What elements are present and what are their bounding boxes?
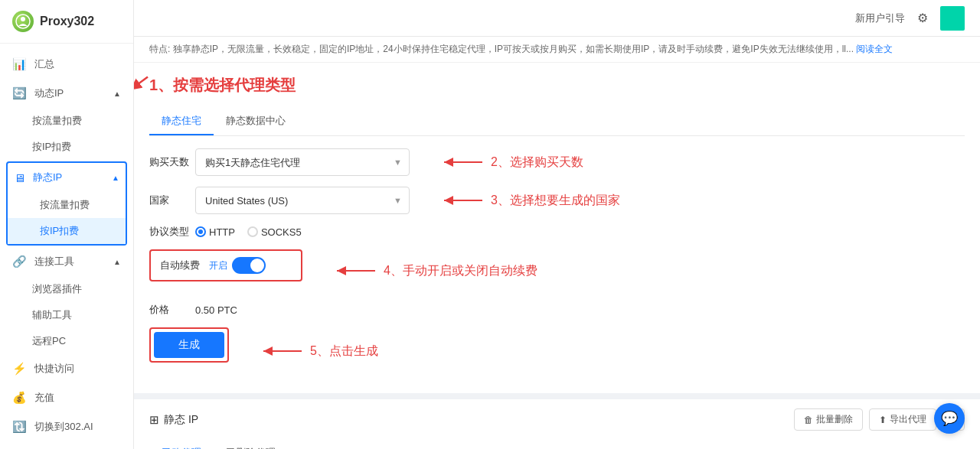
notice-bar: 特点: 独享静态IP，无限流量，长效稳定，固定的IP地址，24小时保持住宅稳定代…: [134, 37, 980, 63]
generate-button[interactable]: 生成: [154, 332, 224, 358]
sidebar-item-assist-tools[interactable]: 辅助工具: [0, 302, 133, 328]
protocol-label: 协议类型: [149, 225, 195, 239]
days-select[interactable]: 购买1天静态住宅代理 购买7天静态住宅代理 购买30天静态住宅代理: [195, 148, 410, 176]
bulk-delete-label: 批量删除: [816, 413, 853, 426]
chevron-up-icon: ▲: [113, 89, 121, 98]
tab-deleted[interactable]: 已删除代理: [214, 440, 288, 449]
sidebar-item-dynamic-ip-label: 动态IP: [34, 86, 64, 100]
proxy-type-tabs: 静态住宅 静态数据中心: [149, 108, 965, 136]
page-content-area: 特点: 独享静态IP，无限流量，长效稳定，固定的IP地址，24小时保持住宅稳定代…: [134, 37, 980, 449]
sidebar-item-connect-tools[interactable]: 🔗 连接工具 ▲: [0, 247, 133, 276]
sidebar-item-static-ip-fee[interactable]: 按IP扣费: [8, 218, 126, 244]
tab-static-residential[interactable]: 静态住宅: [149, 108, 214, 135]
toggle-wrap: 开启: [209, 257, 266, 274]
step5-annotation: 5、点击生成: [310, 343, 378, 360]
export-icon: ⬆: [879, 415, 887, 425]
tab-static-datacenter[interactable]: 静态数据中心: [214, 108, 298, 135]
read-more-link[interactable]: 阅读全文: [856, 44, 893, 54]
chat-icon: 💬: [941, 410, 958, 427]
sidebar-item-remote-pc-label: 远程PC: [32, 334, 66, 348]
step5-arrow-icon: [260, 340, 305, 363]
auto-renew-row: 自动续费 开启: [149, 249, 302, 281]
sidebar-item-browser-plugin-label: 浏览器插件: [32, 282, 82, 296]
country-label: 国家: [149, 194, 195, 207]
quick-access-icon: ⚡: [12, 362, 27, 376]
logo-icon: [12, 11, 34, 32]
days-label: 购买天数: [149, 155, 195, 169]
static-ip-icon: 🖥: [14, 171, 25, 184]
table-section: ⊞ 静态 IP 🗑 批量删除 ⬆ 导出代理 ↻: [134, 393, 980, 449]
sidebar-item-quick-access[interactable]: ⚡ 快捷访问: [0, 354, 133, 383]
http-radio-dot: [195, 226, 206, 237]
chevron-up-icon-connect: ▲: [113, 258, 121, 266]
dynamic-ip-icon: 🔄: [12, 86, 27, 100]
chat-bubble-button[interactable]: 💬: [934, 403, 965, 434]
sidebar-item-browser-plugin[interactable]: 浏览器插件: [0, 276, 133, 302]
sidebar-item-dynamic-ip-fee-label: 按IP扣费: [32, 140, 71, 154]
sidebar-item-static-ip-fee-label: 按IP扣费: [40, 224, 79, 238]
table-title: ⊞ 静态 IP: [149, 413, 198, 427]
protocol-options: HTTP SOCKS5: [195, 226, 302, 238]
tab-static-residential-label: 静态住宅: [162, 115, 201, 126]
avatar[interactable]: [940, 6, 965, 31]
sidebar-navigation: 📊 汇总 🔄 动态IP ▲ 按流量扣费 按IP扣费 🖥 静态IP ▲ 按流量扣费: [0, 44, 133, 449]
sidebar: Proxy302 📊 汇总 🔄 动态IP ▲ 按流量扣费 按IP扣费 🖥 静态I…: [0, 0, 134, 449]
sidebar-item-dashboard[interactable]: 📊 汇总: [0, 50, 133, 79]
sidebar-item-recharge-label: 充值: [34, 391, 54, 405]
trash-icon: 🗑: [804, 415, 813, 425]
auto-renew-toggle[interactable]: [232, 257, 266, 274]
country-select[interactable]: United States (US) China (CN) Japan (JP)…: [195, 187, 410, 214]
tab-purchased[interactable]: 已购代理: [149, 440, 214, 449]
toggle-knob: [250, 259, 264, 272]
protocol-http-option[interactable]: HTTP: [195, 226, 235, 238]
svg-point-1: [21, 17, 25, 21]
new-user-guide-link[interactable]: 新用户引导: [855, 11, 905, 25]
price-label: 价格: [149, 303, 195, 317]
static-ip-page: 特点: 独享静态IP，无限流量，长效稳定，固定的IP地址，24小时保持住宅稳定代…: [134, 37, 980, 449]
sidebar-item-quick-access-label: 快捷访问: [34, 362, 74, 376]
dashboard-icon: 📊: [12, 57, 27, 71]
step1-title: 1、按需选择代理类型: [149, 75, 296, 96]
sidebar-item-api-v2[interactable]: 📋 API V2 ▼: [0, 441, 133, 449]
sidebar-item-recharge[interactable]: 💰 充值: [0, 383, 133, 412]
sidebar-item-assist-tools-label: 辅助工具: [32, 308, 72, 322]
step4-arrow-icon: [333, 259, 379, 282]
header-actions: 新用户引导 ⚙: [855, 6, 965, 31]
proxy-sub-tabs: 已购代理 已删除代理: [149, 440, 965, 449]
generate-btn-wrapper: 生成: [149, 327, 229, 363]
sidebar-item-dynamic-ip[interactable]: 🔄 动态IP ▲: [0, 79, 133, 108]
price-value: 0.50 PTC: [195, 304, 237, 316]
http-label: HTTP: [209, 226, 235, 238]
socks5-label: SOCKS5: [261, 226, 302, 238]
country-select-wrapper: United States (US) China (CN) Japan (JP)…: [195, 187, 410, 214]
sidebar-item-switch-302[interactable]: 🔃 切换到302.AI: [0, 412, 133, 441]
sidebar-item-dynamic-traffic[interactable]: 按流量扣费: [0, 108, 133, 134]
switch-icon: 🔃: [12, 420, 27, 434]
table-header: ⊞ 静态 IP 🗑 批量删除 ⬆ 导出代理 ↻: [149, 408, 965, 431]
sidebar-item-switch-label: 切换到302.AI: [34, 420, 93, 434]
purchase-form: 购买天数 购买1天静态住宅代理 购买7天静态住宅代理 购买30天静态住宅代理 ▼: [149, 148, 965, 375]
sidebar-item-static-traffic[interactable]: 按流量扣费: [8, 192, 126, 218]
protocol-row: 协议类型 HTTP SOCKS5: [149, 225, 965, 239]
logo-text: Proxy302: [40, 15, 94, 28]
sidebar-item-dynamic-traffic-label: 按流量扣费: [32, 114, 82, 128]
export-proxy-button[interactable]: ⬆ 导出代理: [869, 408, 936, 431]
chevron-up-icon-static: ▲: [112, 174, 119, 182]
tab-static-datacenter-label: 静态数据中心: [226, 115, 286, 126]
price-row: 价格 0.50 PTC: [149, 303, 965, 317]
auto-renew-label: 自动续费: [160, 259, 200, 272]
sidebar-item-remote-pc[interactable]: 远程PC: [0, 328, 133, 354]
sidebar-item-static-ip[interactable]: 🖥 静态IP ▲: [8, 163, 126, 192]
sidebar-item-static-ip-label: 静态IP: [33, 171, 62, 184]
bulk-delete-button[interactable]: 🗑 批量删除: [794, 408, 863, 431]
main-content: 新用户引导 ⚙ 特点: 独享静态IP，无限流量，长效稳定，固定的IP地址，24小…: [134, 0, 980, 449]
translate-icon[interactable]: ⚙: [917, 11, 928, 25]
step4-annotation: 4、手动开启或关闭自动续费: [384, 263, 537, 279]
header: 新用户引导 ⚙: [134, 0, 980, 37]
logo-area: Proxy302: [0, 0, 133, 44]
export-proxy-label: 导出代理: [890, 413, 926, 426]
protocol-socks5-option[interactable]: SOCKS5: [247, 226, 302, 238]
step2-arrow-icon: [440, 151, 486, 174]
sidebar-item-dynamic-ip-fee[interactable]: 按IP扣费: [0, 134, 133, 160]
auto-renew-status: 开启: [209, 259, 227, 272]
